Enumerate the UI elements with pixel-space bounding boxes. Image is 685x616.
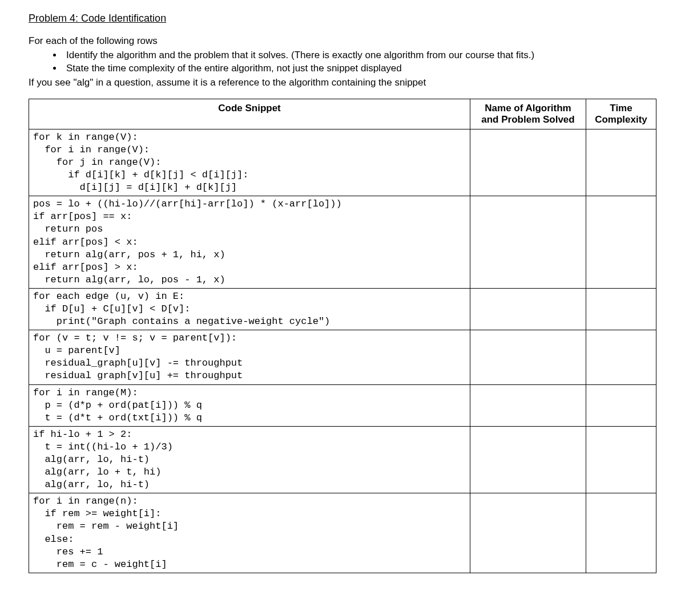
table-body: for k in range(V): for i in range(V): fo…	[29, 129, 656, 573]
col-header-complexity-line1: Time	[610, 103, 632, 114]
complexity-cell	[586, 426, 656, 493]
code-snippet: for i in range(n): if rem >= weight[i]: …	[30, 494, 469, 572]
document-page: Problem 4: Code Identification For each …	[0, 0, 685, 616]
table-row: if hi-lo + 1 > 2: t = int((hi-lo + 1)/3)…	[29, 426, 656, 493]
post-instruction-text: If you see "alg" in a question, assume i…	[29, 76, 656, 90]
complexity-cell	[586, 384, 656, 426]
table-row: for i in range(M): p = (d*p + ord(pat[i]…	[29, 384, 656, 426]
instruction-item: State the time complexity of the entire …	[63, 62, 656, 75]
problem-title: Problem 4: Code Identification	[29, 13, 656, 25]
table-row: for each edge (u, v) in E: if D[u] + C[u…	[29, 288, 656, 330]
col-header-snippet: Code Snippet	[29, 99, 470, 129]
answer-cell	[470, 288, 586, 330]
table-row: for i in range(n): if rem >= weight[i]: …	[29, 493, 656, 573]
col-header-complexity: Time Complexity	[586, 99, 656, 129]
complexity-cell	[586, 196, 656, 289]
complexity-cell	[586, 330, 656, 384]
col-header-complexity-line2: Complexity	[595, 114, 647, 125]
code-snippet: for each edge (u, v) in E: if D[u] + C[u…	[30, 289, 469, 329]
code-snippet: if hi-lo + 1 > 2: t = int((hi-lo + 1)/3)…	[30, 427, 469, 492]
code-snippet: for k in range(V): for i in range(V): fo…	[30, 130, 469, 195]
answer-cell	[470, 330, 586, 384]
answer-cell	[470, 196, 586, 289]
table-row: pos = lo + ((hi-lo)//(arr[hi]-arr[lo]) *…	[29, 196, 656, 289]
complexity-cell	[586, 493, 656, 573]
code-snippet: for (v = t; v != s; v = parent[v]): u = …	[30, 331, 469, 383]
answer-cell	[470, 426, 586, 493]
instructions-list: Identify the algorithm and the problem t…	[29, 49, 656, 75]
instruction-item: Identify the algorithm and the problem t…	[63, 49, 656, 62]
complexity-cell	[586, 129, 656, 196]
col-header-name-line1: Name of Algorithm	[485, 103, 571, 114]
answer-cell	[470, 384, 586, 426]
col-header-name-line2: and Problem Solved	[481, 114, 574, 125]
complexity-cell	[586, 288, 656, 330]
table-row: for k in range(V): for i in range(V): fo…	[29, 129, 656, 196]
code-snippet: pos = lo + ((hi-lo)//(arr[hi]-arr[lo]) *…	[30, 197, 469, 287]
table-row: for (v = t; v != s; v = parent[v]): u = …	[29, 330, 656, 384]
code-snippet: for i in range(M): p = (d*p + ord(pat[i]…	[30, 386, 469, 425]
answer-cell	[470, 129, 586, 196]
intro-text: For each of the following rows	[29, 35, 656, 48]
code-id-table: Code Snippet Name of Algorithm and Probl…	[29, 99, 656, 573]
answer-cell	[470, 493, 586, 573]
col-header-name: Name of Algorithm and Problem Solved	[470, 99, 586, 129]
